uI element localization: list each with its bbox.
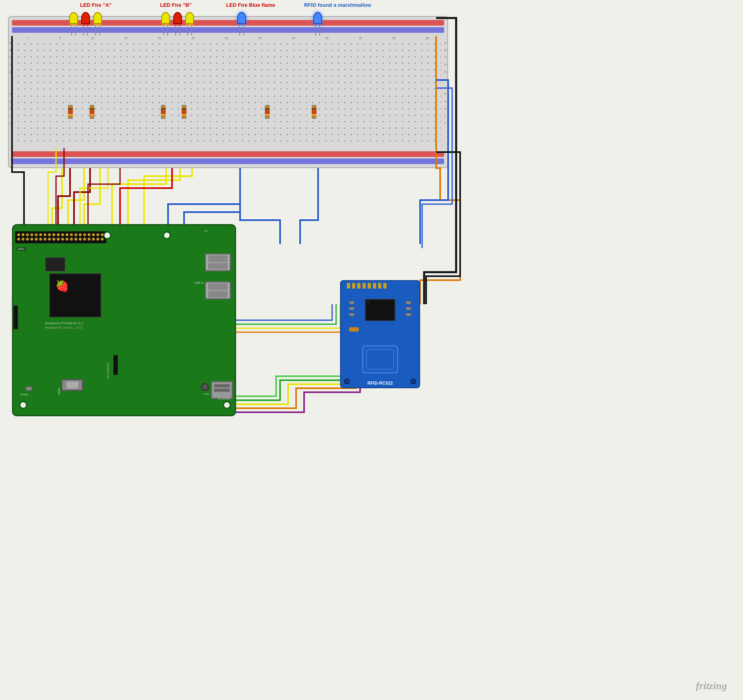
power-label: Power	[20, 393, 28, 396]
gpio-header	[15, 231, 106, 243]
rfid-module-label: RFID-RC522	[367, 381, 393, 385]
resistor-3	[161, 105, 166, 119]
cap-5	[406, 307, 411, 310]
resistor-4	[182, 105, 186, 119]
rfid-pin-header	[347, 283, 387, 289]
rfid-main-chip	[365, 299, 395, 321]
micro-usb-power	[25, 386, 32, 391]
audio-label: Audio	[204, 393, 210, 395]
resistor-5	[265, 105, 270, 119]
audio-jack	[201, 383, 209, 391]
usb-bot-label: USB 2x	[194, 281, 204, 284]
rfid-module: RFID-RC522	[340, 280, 420, 388]
usb-port-2	[205, 281, 231, 299]
diagram-container: LED Fire "A" LED Fire "B" LED Fire Blue …	[0, 0, 743, 700]
rfid-hole-1	[344, 379, 350, 384]
dsi-label: DSI (DISPLAY)	[10, 295, 12, 312]
hdmi-port	[61, 379, 83, 391]
label-rfid-marshmallow: RFID found a marshmallow	[304, 2, 371, 8]
mount-hole-tr	[163, 231, 171, 239]
raspberry-pi-board: GPIO 🍓 Raspberry Pi Model B v1.2 Raspber…	[12, 224, 236, 416]
led-yellow-b2	[185, 12, 194, 36]
led-red-a	[81, 12, 90, 36]
usb-port-1	[205, 253, 231, 271]
led-yellow-a2	[93, 12, 102, 36]
hdmi-label: HDMI	[58, 388, 60, 395]
mount-hole-bl	[19, 401, 27, 409]
chip-2	[45, 257, 65, 271]
resistor-1	[68, 105, 73, 119]
label-led-fire-blue: LED Fire Blue flame	[226, 2, 275, 8]
cap-6	[406, 313, 411, 316]
ethernet-label: ETHERNET	[218, 397, 231, 400]
ethernet-port	[211, 381, 233, 399]
led-red-b	[173, 12, 182, 36]
dsi-port	[13, 305, 18, 329]
label-led-fire-a: LED Fire "A"	[80, 2, 112, 8]
mount-hole-tm	[103, 231, 111, 239]
rfid-hole-2	[411, 379, 416, 384]
label-led-fire-b: LED Fire "B"	[160, 2, 192, 8]
inductor	[349, 327, 359, 332]
csi-label: CSI (CAMERA)	[107, 363, 109, 379]
csi-port	[113, 355, 118, 375]
cap-4	[406, 301, 411, 304]
led-yellow-b1	[161, 12, 170, 36]
cap-2	[349, 307, 354, 310]
rfid-antenna-inner	[366, 349, 394, 370]
breadboard: 1 5 10 15 20 25 30 35 40 45 50 55 60 A B…	[8, 16, 448, 168]
led-yellow-a1	[69, 12, 78, 36]
led-blue-flame	[237, 12, 246, 36]
led-blue-rfid	[313, 12, 322, 36]
rpi-model-label: Raspberry Pi Model B v1.2	[45, 321, 83, 325]
resistor-6	[312, 105, 316, 119]
gpio-label: GPIO	[16, 247, 26, 251]
resistor-2	[90, 105, 94, 119]
fritzing-logo: fritzing	[696, 680, 727, 692]
rpi-logo-icon: 🍓	[55, 279, 69, 293]
cap-1	[349, 301, 354, 304]
usb-top-label: 2x	[205, 229, 208, 232]
cap-3	[349, 313, 354, 316]
rpi-sub-label: Raspberry Pi, Version 1, 2013	[45, 326, 82, 329]
mount-hole-br	[223, 401, 231, 409]
